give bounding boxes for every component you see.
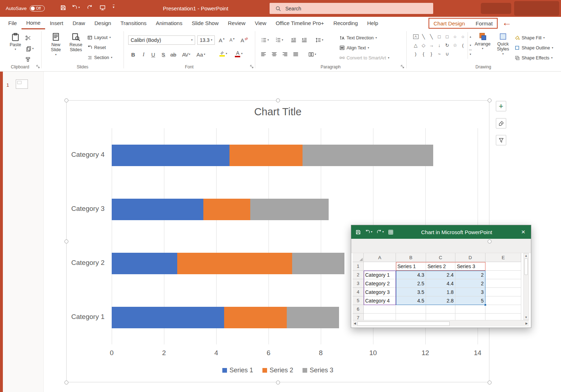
excel-redo-button[interactable]: ▾ <box>377 229 384 234</box>
shape-icon[interactable]: ╲ <box>422 34 425 39</box>
quick-styles-button[interactable]: Quick Styles▾ <box>495 32 511 55</box>
cell-C6[interactable] <box>426 305 455 314</box>
column-header-c[interactable]: C <box>426 253 455 262</box>
cell-B5[interactable]: 4.5 <box>396 296 426 305</box>
shape-icon[interactable]: ╲ <box>430 34 433 39</box>
cell-E5[interactable] <box>485 296 521 305</box>
align-right-button[interactable] <box>281 50 289 59</box>
tab-design[interactable]: Design <box>90 17 116 29</box>
bar-segment-series-1[interactable] <box>112 199 203 220</box>
cell-E4[interactable] <box>485 288 521 296</box>
start-slideshow-button[interactable] <box>100 5 106 11</box>
row-header-7[interactable]: 7 <box>353 314 364 320</box>
shape-icon[interactable]: ○ <box>454 34 456 39</box>
align-left-button[interactable] <box>259 50 268 59</box>
fill-handle[interactable] <box>484 304 487 306</box>
select-all-corner[interactable] <box>353 253 364 262</box>
reuse-slides-button[interactable]: Reuse Slides <box>67 32 85 53</box>
format-painter-button[interactable] <box>24 55 32 64</box>
shapes-gallery[interactable]: A╲╲□□○○△◇→↓↻☆(){}~∪ <box>412 32 467 59</box>
align-text-button[interactable]: Align Text▾ <box>339 45 369 50</box>
bar-segment-series-1[interactable] <box>112 307 224 328</box>
selection-handle[interactable] <box>64 98 68 102</box>
tab-view[interactable]: View <box>250 17 271 29</box>
scroll-up-icon[interactable]: ▲ <box>525 254 528 257</box>
layout-button[interactable]: Layout▾ <box>87 35 111 40</box>
excel-close-button[interactable]: × <box>520 228 527 236</box>
text-shadow-button[interactable]: S <box>159 50 168 59</box>
shape-icon[interactable]: → <box>429 43 434 48</box>
tab-help[interactable]: Help <box>363 17 383 29</box>
highlight-color-button[interactable]: ▾ <box>218 49 229 58</box>
tab-format[interactable]: Format <box>476 20 493 26</box>
shape-icon[interactable]: ◇ <box>422 43 425 48</box>
save-button[interactable] <box>60 5 66 11</box>
bar-segment-series-2[interactable] <box>224 307 287 328</box>
cell-E1[interactable] <box>485 262 521 271</box>
cell-A6[interactable] <box>364 305 396 314</box>
selection-handle[interactable] <box>64 239 68 243</box>
cut-button[interactable] <box>24 34 32 42</box>
shape-icon[interactable]: ) <box>415 51 416 57</box>
row-header-4[interactable]: 4 <box>353 288 364 296</box>
cell-D5[interactable]: 5 <box>455 296 485 305</box>
row-header-2[interactable]: 2 <box>353 271 364 279</box>
text-box-shape-icon[interactable]: A <box>413 34 419 39</box>
shape-icon[interactable]: □ <box>446 34 449 39</box>
change-case-button[interactable]: Aa▾ <box>195 50 207 59</box>
bar-segment-series-1[interactable] <box>112 253 177 274</box>
cell-D2[interactable]: 2 <box>455 271 485 279</box>
bar-segment-series-2[interactable] <box>203 199 250 220</box>
selection-handle[interactable] <box>488 239 492 243</box>
row-header-1[interactable]: 1 <box>353 262 364 271</box>
paragraph-dialog-launcher[interactable] <box>400 64 405 69</box>
column-header-d[interactable]: D <box>455 253 485 262</box>
cell-B4[interactable]: 3.5 <box>396 288 426 296</box>
bar-segment-series-2[interactable] <box>177 253 292 274</box>
cell-C1[interactable]: Series 2 <box>426 262 455 271</box>
excel-save-icon[interactable] <box>356 229 361 235</box>
tab-transitions[interactable]: Transitions <box>116 17 151 29</box>
shape-icon[interactable]: { <box>423 51 424 57</box>
scroll-right-icon[interactable]: ▶ <box>526 322 528 325</box>
column-header-b[interactable]: B <box>396 253 426 262</box>
excel-title-bar[interactable]: ▾ ▾ Chart in Microsoft PowerPoint × <box>351 225 531 239</box>
bar-segment-series-1[interactable] <box>112 145 229 166</box>
scroll-left-icon[interactable]: ◀ <box>354 322 356 325</box>
excel-data-editor-window[interactable]: ▾ ▾ Chart in Microsoft PowerPoint × ABCD… <box>351 225 531 328</box>
line-spacing-button[interactable]: ▾ <box>314 36 325 44</box>
clipboard-dialog-launcher[interactable] <box>36 64 41 69</box>
increase-font-size-button[interactable]: A▴ <box>217 36 226 44</box>
decrease-font-size-button[interactable]: A▾ <box>228 36 236 44</box>
cell-C2[interactable]: 2.4 <box>426 271 455 279</box>
clear-formatting-button[interactable]: A <box>239 36 249 44</box>
column-header-e[interactable]: E <box>485 253 521 262</box>
bold-button[interactable]: B <box>129 50 137 59</box>
excel-undo-button[interactable]: ▾ <box>365 229 372 234</box>
redo-button[interactable] <box>87 5 93 10</box>
shape-fill-button[interactable]: Shape Fill▾ <box>514 35 545 40</box>
shape-icon[interactable]: △ <box>414 43 417 48</box>
autosave-toggle[interactable]: Off <box>30 5 45 11</box>
shape-icon[interactable]: } <box>431 51 432 57</box>
shape-icon[interactable]: ↓ <box>438 43 441 48</box>
row-header-3[interactable]: 3 <box>353 279 364 288</box>
chart-title[interactable]: Chart Title <box>206 106 349 118</box>
selection-handle[interactable] <box>488 381 492 384</box>
new-slide-button[interactable]: New Slide▾ <box>47 32 64 56</box>
legend-item[interactable]: Series 1 <box>222 367 253 374</box>
font-color-button[interactable]: A▾ <box>233 49 245 58</box>
cell-D7[interactable] <box>455 314 485 320</box>
font-size-combo[interactable]: 13.3▾ <box>197 35 215 45</box>
cell-B1[interactable]: Series 1 <box>396 262 426 271</box>
decrease-indent-button[interactable] <box>289 36 298 44</box>
strikethrough-button[interactable]: ab <box>169 50 178 59</box>
customize-quick-access-toolbar-button[interactable]: ▾ <box>113 5 115 9</box>
tab-insert[interactable]: Insert <box>45 17 68 29</box>
tab-home[interactable]: Home <box>21 17 45 29</box>
tab-chart-design[interactable]: Chart Design <box>434 20 465 26</box>
autosave-control[interactable]: AutoSave Off <box>6 0 45 17</box>
font-dialog-launcher[interactable] <box>250 64 255 69</box>
cell-D6[interactable] <box>455 305 485 314</box>
columns-button[interactable]: ▾ <box>306 50 318 59</box>
